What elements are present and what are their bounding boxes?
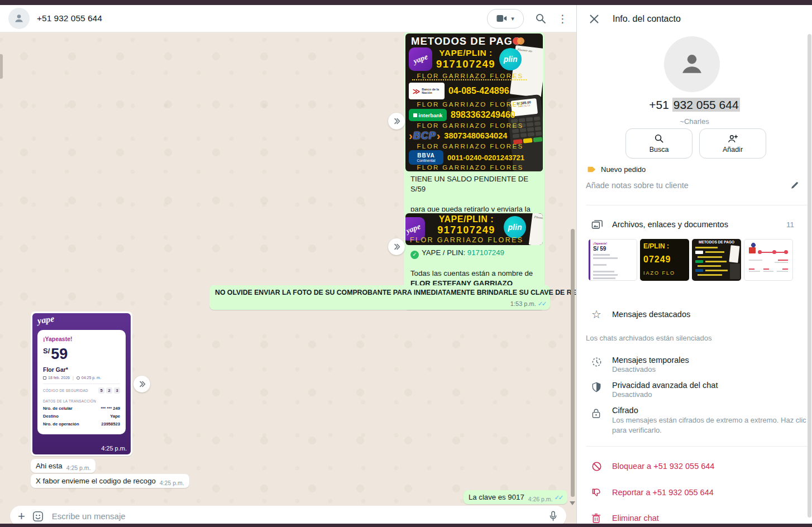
add-contact-button[interactable]: Añadir [699, 128, 766, 159]
trash-icon [591, 513, 601, 524]
read-ticks-icon: ✓✓ [555, 494, 562, 501]
report-contact-row[interactable]: Reportar a +51 932 055 644 [577, 487, 812, 498]
chat-contact-phone[interactable]: +51 932 055 644 [37, 13, 102, 23]
left-scrollbar-remnant[interactable] [0, 54, 3, 79]
microphone-icon[interactable] [548, 510, 558, 523]
message-text[interactable]: La clave es 90174:26 p.m.✓✓ [464, 490, 567, 504]
delete-chat-row[interactable]: Eliminar chat [577, 512, 812, 524]
interbank-logo: interbank [409, 109, 447, 121]
bbva-logo: BBVAContinental [409, 150, 443, 165]
yape-app-icon: yape [409, 47, 432, 71]
plin-app-icon: plin [499, 48, 522, 70]
thumbnail-yape-plin-crop[interactable]: E/PLIN : 07249 IAZO FLO [640, 239, 689, 281]
media-count: 11 [786, 221, 794, 229]
close-icon[interactable] [589, 14, 599, 24]
sticker-emoji-icon[interactable] [32, 510, 44, 523]
yape-plin-row: yape YAPE/PLIN : 917107249 plin [409, 47, 508, 71]
media-links-docs-row[interactable]: Archivos, enlaces y documentos 11 [577, 218, 812, 231]
encryption-row[interactable]: Cifrado [577, 405, 812, 416]
media-thumbnails: ¡Yapeaste! S/ 59 E/PLIN : 07249 IAZO FLO… [588, 239, 793, 281]
notes-placeholder: Añade notas sobre tu cliente [586, 181, 689, 190]
plin-app-icon: plin [504, 216, 526, 238]
receipt-paper-graphic: Floower sto [529, 213, 543, 245]
chat-scrollbar[interactable] [571, 229, 575, 497]
contact-avatar[interactable] [8, 8, 30, 29]
panel-scrollbar[interactable] [808, 34, 811, 518]
attach-plus-icon[interactable]: + [18, 510, 25, 523]
bcp-row: ›BCP› 38073480634024 [409, 130, 542, 142]
chat-message-list[interactable]: METODOS DE PAGO Floower sto S/ 585.00TAR… [0, 32, 576, 524]
block-contact-row[interactable]: Bloquear a +51 932 055 644 [577, 461, 812, 472]
forward-message-button[interactable] [388, 238, 405, 255]
timer-icon [591, 357, 602, 367]
scroll-down-arrow[interactable] [570, 501, 575, 505]
person-add-icon [727, 133, 738, 143]
thumbnail-tracking-page[interactable] [744, 239, 793, 281]
chat-header: +51 932 055 644 ▾ ⋮ [0, 5, 576, 32]
search-icon[interactable] [535, 13, 546, 24]
message-input[interactable] [51, 511, 541, 521]
forward-message-button[interactable] [133, 376, 150, 392]
bbva-row: BBVAContinental 0011-0240-0201243721 [409, 150, 542, 165]
forward-icon [392, 242, 401, 251]
message-text[interactable]: X fabor envieme el codigo de recogo4:25 … [31, 474, 189, 488]
check-emoji: ✓ [410, 251, 419, 259]
image-title: METODOS DE PAGO [411, 35, 521, 47]
thumbnail-yape-receipt[interactable]: ¡Yapeaste! S/ 59 [588, 239, 637, 281]
caption-line: TIENE UN SALDO PENDIENTE DE S/59 [410, 174, 538, 195]
video-camera-icon [496, 15, 507, 22]
forward-message-button[interactable] [388, 113, 405, 130]
clock-icon [77, 376, 80, 380]
phone-link[interactable]: 917107249 [467, 248, 504, 257]
bcp-logo: ›BCP› [409, 130, 440, 142]
media-gallery-icon [591, 219, 603, 230]
chevron-down-icon[interactable]: ▾ [511, 15, 514, 22]
yape-plin-image[interactable]: yape YAPE/PLIN : 917107249 plin FLOR GAR… [405, 213, 543, 245]
payment-methods-image[interactable]: METODOS DE PAGO Floower sto S/ 585.00TAR… [405, 33, 543, 171]
person-icon [676, 48, 708, 80]
star-icon: ☆ [591, 309, 601, 320]
order-tag-row[interactable]: Nuevo pedido [587, 165, 646, 174]
window-top-bar [0, 0, 812, 5]
banco-nacion-logo: ≫Banco de la Nación [409, 83, 445, 99]
info-panel-header: Info. del contacto [577, 5, 812, 32]
advanced-privacy-row[interactable]: Privacidad avanzada del chat [577, 380, 812, 391]
contact-phone-display[interactable]: +51 932 055 644 [577, 98, 812, 112]
selected-phone-text: 932 055 644 [672, 98, 740, 112]
menu-kebab-icon[interactable]: ⋮ [557, 13, 568, 24]
interbank-row: interbank 8983363249460 [409, 109, 508, 121]
client-notes-row[interactable]: Añade notas sobre tu cliente [586, 180, 800, 190]
banco-nacion-row: ≫Banco de la Nación 04-085-424896 [409, 83, 508, 99]
message-yape-receipt[interactable]: yape ¡Yapeaste! S/59 Flor Gar* 18 feb. 2… [31, 312, 132, 456]
starred-messages-row[interactable]: ☆ Mensajes destacados [577, 308, 812, 321]
message-time: 4:25 p.m. [101, 445, 127, 452]
calendar-icon [43, 376, 46, 380]
receipt-card: ¡Yapeaste! S/59 Flor Gar* 18 feb. 2026|0… [37, 330, 126, 434]
yape-logo: yape [37, 314, 55, 326]
disappearing-messages-row[interactable]: Mensajes temporales [577, 354, 812, 366]
message-reminder[interactable]: NO OLVIDE ENVIAR LA FOTO DE SU COMPROBAN… [209, 285, 550, 310]
chat-pane: +51 932 055 644 ▾ ⋮ METODOS DE PAGO Floo… [0, 5, 576, 524]
message-text[interactable]: Ahi esta4:25 p.m. [31, 459, 95, 473]
panel-title: Info. del contacto [613, 14, 681, 24]
divider [586, 446, 808, 447]
pencil-icon[interactable] [790, 180, 800, 190]
message-time: 1:53 p.m. [510, 300, 536, 307]
thumbnail-payment-methods[interactable]: METODOS DE PAGO [692, 239, 741, 281]
label-tag-icon [587, 165, 596, 174]
yape-receipt-image[interactable]: yape ¡Yapeaste! S/59 Flor Gar* 18 feb. 2… [32, 313, 131, 454]
contact-avatar-large[interactable] [664, 36, 720, 92]
shield-icon [591, 382, 601, 392]
message-time: 4:25 p.m. [160, 480, 184, 486]
divider [586, 205, 808, 205]
forward-icon [137, 380, 146, 389]
message-time: 4:26 p.m. [528, 496, 553, 502]
archived-chats-note: Los chats archivados están silenciados [586, 334, 711, 342]
contact-info-panel: Info. del contacto +51 932 055 644 ~Char… [576, 5, 812, 524]
read-ticks-icon: ✓✓ [538, 300, 546, 308]
person-icon [13, 12, 25, 25]
search-icon [654, 133, 664, 143]
window-bottom-bar [0, 524, 812, 527]
search-contact-button[interactable]: Busca [625, 128, 692, 159]
video-call-button[interactable]: ▾ [487, 9, 524, 28]
